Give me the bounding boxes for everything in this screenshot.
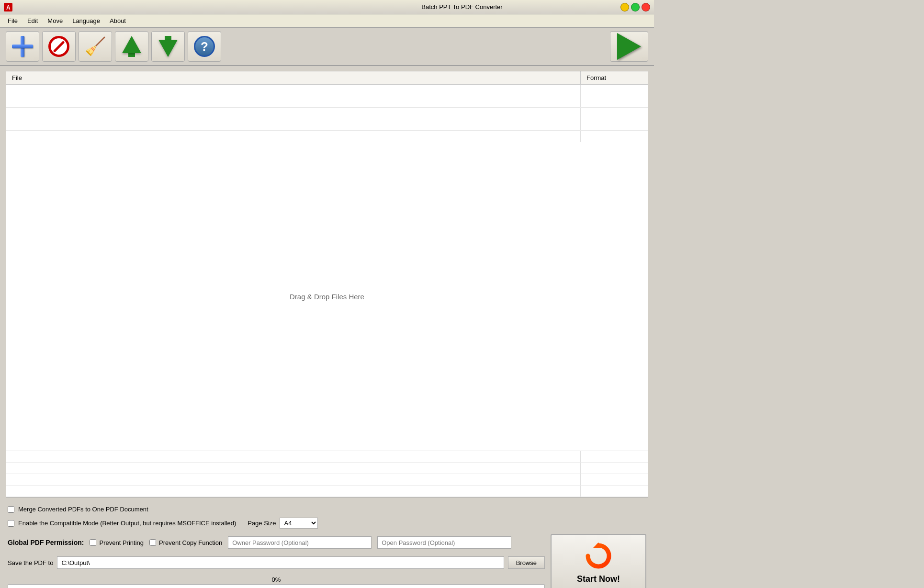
page-size-select[interactable]: A4 A3 Letter Legal: [280, 518, 318, 529]
save-path-input[interactable]: [57, 556, 504, 569]
table-row: [6, 85, 648, 96]
titlebar-left: A: [4, 3, 12, 11]
menubar: File Edit Move Language About: [0, 14, 654, 28]
drag-drop-text: Drag & Drop Files Here: [290, 293, 364, 301]
help-button[interactable]: ?: [188, 31, 221, 62]
open-password-input[interactable]: [377, 536, 511, 549]
permission-label: Global PDF Permission:: [8, 539, 84, 546]
table-row: [6, 486, 648, 497]
window-controls: [620, 3, 650, 11]
table-row: [6, 451, 648, 463]
compatible-mode-row: Enable the Compatible Mode (Better Outpu…: [8, 515, 646, 531]
bottom-section: Global PDF Permission: Prevent Printing …: [0, 534, 654, 588]
start-now-label: Start Now!: [577, 574, 620, 584]
file-column-header: File: [6, 71, 581, 84]
bottom-left: Global PDF Permission: Prevent Printing …: [8, 534, 545, 588]
toolbar: 🧹 ?: [0, 28, 654, 66]
prevent-copy-group: Prevent Copy Function: [149, 539, 222, 546]
remove-icon: [48, 36, 69, 57]
options-area: Merge Converted PDFs to One PDF Document…: [0, 500, 654, 534]
drag-drop-area[interactable]: Drag & Drop Files Here: [6, 142, 648, 451]
menu-move[interactable]: Move: [44, 16, 67, 26]
progress-bar: [8, 584, 545, 588]
clear-button[interactable]: 🧹: [79, 31, 112, 62]
app-icon: A: [4, 3, 12, 11]
prevent-copy-label: Prevent Copy Function: [159, 539, 222, 546]
progress-container: 0%: [8, 576, 545, 588]
browse-button[interactable]: Browse: [508, 556, 545, 569]
add-button[interactable]: [6, 31, 39, 62]
compatible-mode-label: Enable the Compatible Mode (Better Outpu…: [18, 520, 236, 527]
remove-button[interactable]: [42, 31, 76, 62]
prevent-printing-label: Prevent Printing: [99, 539, 144, 546]
merge-pdfs-label: Merge Converted PDFs to One PDF Document: [18, 506, 148, 513]
clear-icon: 🧹: [85, 36, 106, 57]
table-row: [6, 96, 648, 108]
file-list-header: File Format: [6, 71, 648, 85]
save-path-row: Save the PDF to Browse: [8, 554, 545, 571]
main-area: File Format Drag & Drop Files Here Merge…: [0, 66, 654, 588]
help-icon: ?: [194, 36, 215, 57]
refresh-icon: [584, 542, 613, 570]
table-row: [6, 108, 648, 119]
move-up-button[interactable]: [115, 31, 148, 62]
start-now-button[interactable]: Start Now!: [551, 534, 646, 588]
prevent-printing-group: Prevent Printing: [90, 539, 144, 546]
save-path-label: Save the PDF to: [8, 559, 53, 566]
table-row: [6, 463, 648, 474]
compatible-mode-checkbox[interactable]: [8, 520, 14, 527]
pdf-permission-row: Global PDF Permission: Prevent Printing …: [8, 534, 545, 551]
merge-pdfs-checkbox[interactable]: [8, 506, 14, 513]
menu-edit[interactable]: Edit: [23, 16, 42, 26]
minimize-button[interactable]: [620, 3, 629, 11]
owner-password-input[interactable]: [228, 536, 372, 549]
page-size-label: Page Size: [248, 520, 276, 527]
close-button[interactable]: [642, 3, 650, 11]
menu-file[interactable]: File: [4, 16, 22, 26]
maximize-button[interactable]: [631, 3, 640, 11]
progress-label: 0%: [8, 576, 545, 583]
move-down-button[interactable]: [151, 31, 185, 62]
titlebar: A Batch PPT To PDF Converter: [0, 0, 654, 14]
format-column-header: Format: [581, 71, 648, 84]
file-rows: Drag & Drop Files Here: [6, 85, 648, 497]
table-row: [6, 119, 648, 131]
prevent-printing-checkbox[interactable]: [90, 539, 96, 546]
table-row: [6, 474, 648, 486]
table-row: [6, 131, 648, 142]
file-list-section: File Format Drag & Drop Files Here: [6, 71, 648, 498]
svg-text:A: A: [6, 4, 11, 11]
toolbar-buttons: 🧹 ?: [6, 31, 221, 62]
merge-option-row: Merge Converted PDFs to One PDF Document: [8, 503, 646, 515]
window-title: Batch PPT To PDF Converter: [421, 3, 502, 11]
run-button[interactable]: [610, 31, 648, 62]
prevent-copy-checkbox[interactable]: [149, 539, 156, 546]
menu-language[interactable]: Language: [68, 16, 104, 26]
menu-about[interactable]: About: [106, 16, 130, 26]
